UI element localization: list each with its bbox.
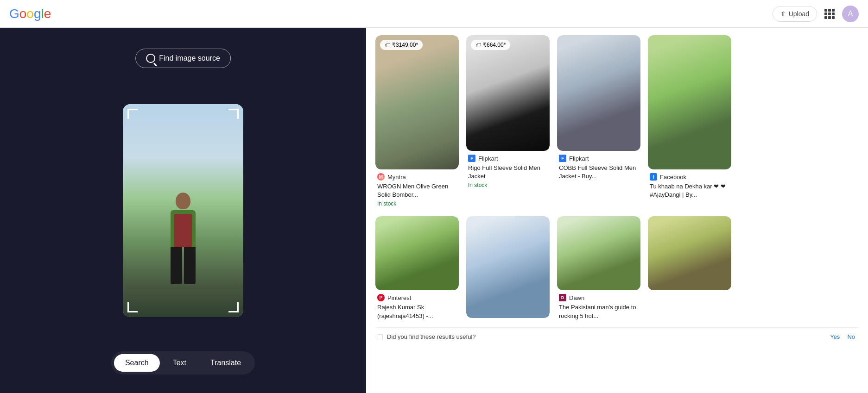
feedback-icon: ☐ [377, 333, 383, 341]
result-card-5[interactable]: P Pinterest Rajesh Kumar Sk (rajeshraja4… [375, 216, 459, 323]
card-image-3 [557, 35, 640, 151]
card-image-1: 🏷 ₹3149.00* [375, 35, 459, 169]
left-panel: Find image source [0, 28, 366, 393]
bottom-tabs: Search Text Translate [111, 351, 255, 374]
card-source-7: D Dawn [559, 294, 639, 301]
image-placeholder-5 [375, 216, 459, 290]
card-source-2: F Flipkart [468, 155, 548, 162]
feedback-question: Did you find these results useful? [387, 333, 824, 340]
card-image-8 [648, 216, 731, 290]
image-placeholder-8 [648, 216, 731, 290]
card-info-7: D Dawn The Pakistani man's guide to rock… [557, 290, 640, 323]
price-badge-2: 🏷 ₹664.00* [471, 40, 510, 50]
price-value-2: ₹664.00* [483, 42, 506, 48]
avatar[interactable]: A [842, 6, 859, 22]
image-placeholder-1 [375, 35, 459, 169]
feedback-no-button[interactable]: No [845, 333, 857, 340]
result-card-8[interactable] [648, 216, 731, 323]
result-card-1[interactable]: 🏷 ₹3149.00* M Myntra WROGN Men Olive Gre… [375, 35, 459, 209]
card-image-5 [375, 216, 459, 290]
card-info-1: M Myntra WROGN Men Olive Green Solid Bom… [375, 169, 459, 209]
card-stock-1: In stock [377, 200, 457, 207]
logo-letter-e: e [44, 6, 51, 21]
source-name-3: Flipkart [569, 155, 589, 162]
card-image-4 [648, 35, 731, 169]
tag-icon: 🏷 [385, 42, 390, 48]
person-figure [165, 193, 202, 285]
card-title-4: Tu khaab na Dekha kar ❤ ❤ #AjayDangi | B… [650, 182, 729, 199]
result-card-7[interactable]: D Dawn The Pakistani man's guide to rock… [557, 216, 640, 323]
upload-button[interactable]: ⇧ Upload [773, 6, 817, 22]
image-placeholder-3 [557, 35, 640, 151]
person-shirt [174, 214, 192, 247]
image-placeholder-2 [466, 35, 550, 151]
uploaded-image [123, 104, 243, 317]
find-source-button[interactable]: Find image source [135, 49, 231, 68]
result-card-3[interactable]: F Flipkart COBB Full Sleeve Solid Men Ja… [557, 35, 640, 209]
source-name-1: Myntra [387, 174, 406, 181]
card-title-2: Rigo Full Sleeve Solid Men Jacket [468, 164, 548, 181]
card-image-7 [557, 216, 640, 290]
card-stock-2: In stock [468, 182, 548, 188]
card-title-1: WROGN Men Olive Green Solid Bomber... [377, 182, 457, 199]
result-card-2[interactable]: 🏷 ₹664.00* F Flipkart Rigo Full Sleeve S… [466, 35, 550, 209]
flipkart-favicon-3: F [559, 155, 566, 162]
card-image-6 [466, 216, 550, 318]
card-source-4: f Facebook [650, 173, 729, 181]
card-image-2: 🏷 ₹664.00* [466, 35, 550, 151]
header-right: ⇧ Upload A [773, 6, 859, 22]
find-source-label: Find image source [159, 54, 220, 62]
source-name-5: Pinterest [387, 294, 411, 301]
price-badge-1: 🏷 ₹3149.00* [380, 40, 423, 50]
result-card-4[interactable]: f Facebook Tu khaab na Dekha kar ❤ ❤ #Aj… [648, 35, 731, 209]
upload-label: Upload [789, 10, 809, 18]
card-source-5: P Pinterest [377, 294, 457, 301]
results-grid: 🏷 ₹3149.00* M Myntra WROGN Men Olive Gre… [375, 35, 859, 324]
image-placeholder-7 [557, 216, 640, 290]
image-placeholder-4 [648, 35, 731, 169]
source-name-7: Dawn [569, 294, 584, 301]
image-frame [123, 104, 243, 317]
avatar-initial: A [848, 10, 853, 18]
feedback-bar: ☐ Did you find these results useful? Yes… [375, 327, 859, 346]
card-source-1: M Myntra [377, 173, 457, 181]
header: Google ⇧ Upload A [0, 0, 868, 28]
source-name-4: Facebook [660, 174, 686, 181]
tab-text[interactable]: Text [162, 354, 197, 372]
card-source-3: F Flipkart [559, 155, 639, 162]
right-panel: 🏷 ₹3149.00* M Myntra WROGN Men Olive Gre… [366, 28, 868, 393]
tab-translate[interactable]: Translate [199, 354, 252, 372]
lens-icon [146, 54, 155, 63]
image-placeholder-6 [466, 216, 550, 318]
feedback-yes-button[interactable]: Yes [828, 333, 842, 340]
main-content: Find image source [0, 28, 868, 393]
person-legs [171, 247, 196, 284]
logo-letter-g2: g [34, 6, 41, 21]
card-info-3: F Flipkart COBB Full Sleeve Solid Men Ja… [557, 151, 640, 184]
tab-search[interactable]: Search [114, 354, 160, 372]
dawn-favicon: D [559, 294, 566, 301]
apps-icon[interactable] [824, 9, 835, 19]
upload-icon: ⇧ [780, 10, 786, 18]
person-head [176, 193, 190, 209]
price-value-1: ₹3149.00* [392, 42, 418, 48]
card-title-3: COBB Full Sleeve Solid Men Jacket - Buy.… [559, 164, 639, 181]
logo-letter-g: G [9, 6, 19, 21]
facebook-favicon: f [650, 173, 657, 181]
source-name-2: Flipkart [478, 155, 498, 162]
logo-letter-o2: o [26, 6, 34, 21]
card-title-5: Rajesh Kumar Sk (rajeshraja41453) -... [377, 303, 457, 320]
tag-icon-2: 🏷 [475, 42, 481, 48]
pinterest-favicon: P [377, 294, 385, 301]
logo-letter-o1: o [19, 6, 27, 21]
result-card-6[interactable] [466, 216, 550, 323]
myntra-favicon: M [377, 173, 385, 181]
card-info-4: f Facebook Tu khaab na Dekha kar ❤ ❤ #Aj… [648, 169, 731, 202]
card-info-2: F Flipkart Rigo Full Sleeve Solid Men Ja… [466, 151, 550, 190]
flipkart-favicon-2: F [468, 155, 475, 162]
card-title-7: The Pakistani man's guide to rocking 5 h… [559, 303, 639, 320]
card-info-5: P Pinterest Rajesh Kumar Sk (rajeshraja4… [375, 290, 459, 323]
person-body [171, 210, 196, 247]
google-logo: Google [9, 6, 51, 21]
